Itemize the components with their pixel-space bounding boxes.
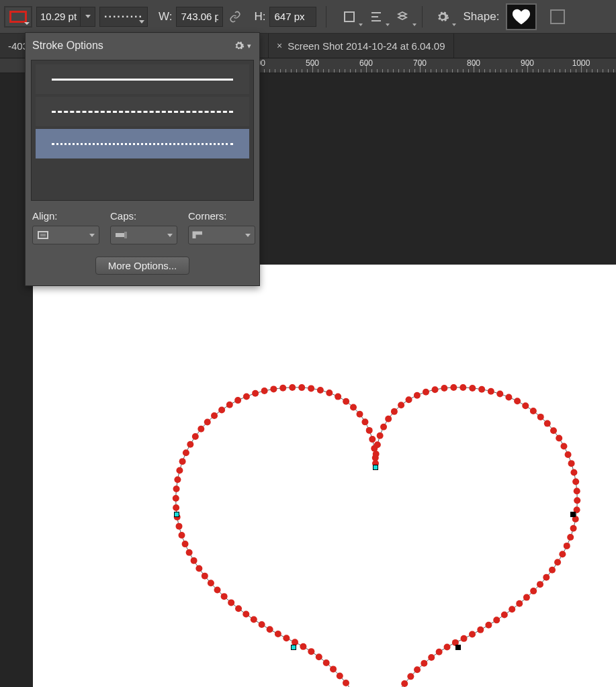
stroke-width-field[interactable] — [36, 7, 95, 27]
svg-point-51 — [509, 606, 515, 612]
svg-point-119 — [243, 393, 250, 400]
svg-point-131 — [350, 404, 357, 411]
svg-point-115 — [211, 412, 218, 419]
shape-label: Shape: — [463, 10, 499, 24]
svg-point-33 — [568, 460, 575, 467]
svg-point-88 — [259, 621, 265, 628]
svg-point-63 — [414, 666, 421, 673]
svg-point-44 — [554, 559, 561, 565]
svg-point-21 — [488, 388, 494, 395]
width-field[interactable] — [176, 7, 223, 27]
svg-rect-139 — [40, 234, 46, 236]
svg-point-22 — [496, 391, 503, 398]
more-options-button[interactable]: More Options... — [95, 257, 190, 275]
svg-point-50 — [516, 600, 523, 607]
svg-point-133 — [361, 418, 368, 425]
svg-point-105 — [173, 495, 179, 502]
svg-point-49 — [523, 594, 530, 601]
shape-picker[interactable] — [506, 3, 537, 30]
gear-icon[interactable] — [433, 7, 452, 26]
svg-point-43 — [559, 551, 566, 557]
dotted-icon: ········· — [104, 11, 143, 23]
svg-point-113 — [197, 426, 204, 432]
svg-point-30 — [556, 434, 562, 441]
svg-point-85 — [283, 635, 290, 641]
svg-point-137 — [372, 455, 379, 461]
svg-point-77 — [343, 680, 349, 686]
svg-point-17 — [450, 384, 457, 391]
svg-point-40 — [570, 525, 577, 532]
stroke-color-swatch[interactable] — [4, 6, 32, 28]
svg-point-81 — [316, 653, 322, 660]
svg-point-19 — [469, 385, 476, 392]
stroke-width-stepper[interactable] — [80, 7, 95, 26]
svg-point-37 — [574, 497, 580, 504]
svg-point-78 — [337, 672, 343, 679]
svg-point-16 — [441, 385, 447, 392]
svg-point-100 — [182, 541, 189, 547]
corners-dropdown[interactable] — [188, 226, 255, 244]
svg-point-83 — [300, 643, 306, 650]
svg-point-41 — [567, 534, 574, 541]
svg-point-26 — [530, 408, 537, 414]
path-operations-button[interactable] — [340, 7, 359, 26]
svg-point-10 — [391, 408, 398, 415]
anchor-point[interactable] — [373, 465, 378, 470]
anchor-point[interactable] — [291, 645, 296, 650]
close-icon[interactable]: × — [277, 40, 282, 51]
extra-option[interactable] — [550, 9, 565, 24]
svg-point-36 — [574, 488, 580, 494]
svg-point-98 — [191, 557, 197, 564]
anchor-point[interactable] — [455, 645, 461, 650]
svg-point-32 — [565, 451, 572, 458]
anchor-point[interactable] — [174, 512, 179, 517]
svg-point-24 — [514, 398, 521, 404]
svg-point-136 — [371, 445, 378, 452]
tab-3[interactable]: × Screen Shot 2014-10-24 at 6.04.09 — [269, 34, 454, 58]
heart-shape-path[interactable] — [33, 265, 616, 687]
svg-point-55 — [477, 627, 484, 633]
svg-point-9 — [385, 416, 392, 422]
svg-point-46 — [543, 574, 549, 581]
corners-label: Corners: — [188, 210, 255, 222]
stroke-style-dropdown[interactable]: ········· — [99, 7, 148, 27]
separator — [326, 6, 326, 28]
svg-point-118 — [234, 397, 241, 404]
svg-point-121 — [261, 387, 268, 394]
svg-point-108 — [176, 467, 183, 474]
stroke-style-list — [31, 60, 254, 201]
stroke-icon — [9, 11, 27, 23]
align-dropdown[interactable] — [32, 226, 99, 244]
svg-point-106 — [173, 486, 180, 492]
align-center-icon — [37, 230, 49, 240]
svg-point-97 — [195, 565, 202, 572]
dotted-line-icon — [52, 143, 233, 145]
stroke-style-dashed[interactable] — [36, 97, 249, 126]
stroke-options-popover: Stroke Options ▾ Align: — [25, 32, 260, 286]
svg-point-123 — [279, 385, 286, 392]
svg-point-80 — [323, 659, 330, 666]
svg-point-18 — [459, 384, 466, 391]
svg-point-129 — [335, 394, 341, 400]
ruler-number: 800 — [467, 58, 480, 68]
svg-point-62 — [421, 660, 427, 667]
height-field[interactable] — [269, 7, 316, 27]
caps-dropdown[interactable] — [110, 226, 177, 244]
stroke-style-solid[interactable] — [36, 64, 249, 94]
svg-point-126 — [308, 385, 314, 392]
link-wh-icon[interactable] — [227, 9, 243, 25]
svg-point-120 — [252, 390, 259, 397]
path-align-button[interactable] — [367, 7, 386, 26]
anchor-point[interactable] — [570, 512, 576, 517]
svg-point-64 — [407, 673, 414, 680]
path-arrange-button[interactable] — [394, 7, 412, 26]
svg-point-94 — [214, 586, 221, 593]
svg-point-15 — [432, 386, 439, 393]
stroke-style-dotted[interactable] — [36, 129, 249, 158]
svg-point-47 — [537, 581, 543, 588]
svg-point-20 — [478, 386, 485, 393]
stroke-width-input[interactable] — [37, 11, 80, 22]
height-label: H: — [254, 10, 265, 24]
popover-menu-button[interactable]: ▾ — [234, 40, 251, 51]
svg-point-11 — [398, 402, 404, 408]
